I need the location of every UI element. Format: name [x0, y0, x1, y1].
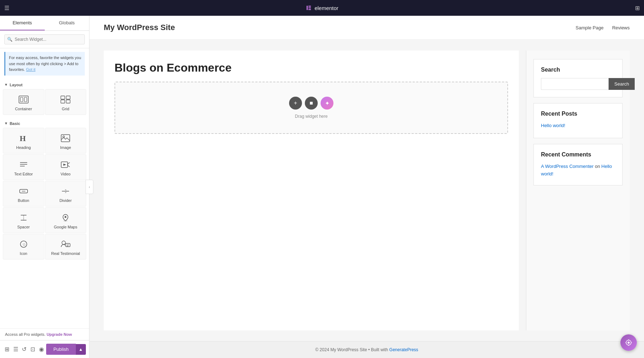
site-frame: My WordPress Site Sample Page Reviews Bl… — [89, 16, 644, 358]
svg-rect-12 — [61, 135, 70, 142]
recent-posts-title: Recent Posts — [541, 111, 615, 117]
widget-video[interactable]: Video — [45, 154, 87, 180]
site-title: My WordPress Site — [104, 23, 175, 32]
widget-google-maps[interactable]: Google Maps — [45, 207, 87, 233]
footer-text: © 2024 My WordPress Site • Built with — [315, 347, 388, 352]
real-testimonial-label: Real Testimonial — [51, 251, 80, 256]
tip-text: For easy access, favorite the widgets yo… — [9, 55, 81, 72]
basic-widget-grid: H Heading Image — [0, 128, 89, 262]
tab-elements[interactable]: Elements — [0, 16, 45, 30]
spacer-icon — [19, 213, 28, 223]
site-footer: © 2024 My WordPress Site • Built with Ge… — [89, 341, 644, 358]
recent-post-link[interactable]: Hello world! — [541, 123, 565, 128]
widget-icon[interactable]: ☆ Icon — [3, 234, 44, 260]
site-header: My WordPress Site Sample Page Reviews — [89, 16, 644, 40]
drop-zone[interactable]: + ■ ✦ Drag widget here — [114, 82, 508, 134]
svg-point-36 — [628, 342, 630, 344]
grid-label: Grid — [62, 107, 69, 111]
widget-image[interactable]: Image — [45, 128, 87, 154]
main-content: Blogs on Ecommerce + ■ ✦ Drag widget her… — [104, 50, 519, 330]
spacer-label: Spacer — [17, 225, 30, 229]
canvas-area: My WordPress Site Sample Page Reviews Bl… — [89, 16, 644, 358]
heading-icon: H — [19, 133, 28, 143]
widget-spacer[interactable]: Spacer — [3, 207, 44, 233]
layout-arrow-icon: ▼ — [4, 83, 8, 87]
upgrade-text: Access all Pro widgets. — [5, 332, 45, 337]
nav-sample-page[interactable]: Sample Page — [576, 25, 604, 30]
section-basic[interactable]: ▼ Basic — [0, 118, 89, 128]
search-wrap: 🔍 — [4, 34, 85, 44]
page-heading: Blogs on Ecommerce — [114, 61, 508, 74]
sidebar-tip: For easy access, favorite the widgets yo… — [4, 52, 85, 76]
footer-link[interactable]: GeneratePress — [389, 347, 418, 352]
magic-button[interactable]: ✦ — [321, 97, 333, 110]
basic-section-label: Basic — [10, 121, 20, 126]
svg-rect-10 — [66, 100, 70, 103]
preview-icon[interactable]: ◉ — [38, 344, 45, 354]
responsive-icon[interactable]: ⊡ — [29, 344, 36, 354]
section-layout[interactable]: ▼ Layout — [0, 79, 89, 89]
heading-label: Heading — [16, 145, 31, 150]
settings-icon[interactable]: ⊞ — [3, 344, 11, 354]
widget-text-editor[interactable]: Text Editor — [3, 154, 44, 180]
widget-button[interactable]: Button — [3, 181, 44, 207]
recent-comments-section: Recent Comments A WordPress Commenter on… — [533, 144, 623, 185]
search-widget-button[interactable]: Search — [609, 78, 635, 90]
add-widget-button[interactable]: + — [289, 97, 302, 110]
svg-point-31 — [62, 241, 65, 245]
tab-globals[interactable]: Globals — [45, 16, 89, 30]
search-widget-section: Search Search — [533, 59, 623, 97]
svg-marker-18 — [63, 164, 66, 166]
icon-label: Icon — [20, 251, 27, 256]
layout-section-label: Layout — [10, 83, 23, 87]
tip-link[interactable]: Got it — [26, 67, 35, 72]
upgrade-link[interactable]: Upgrade Now — [47, 332, 72, 337]
text-editor-icon — [19, 160, 28, 170]
video-label: Video — [60, 172, 70, 176]
recent-posts-list: Hello world! — [541, 122, 615, 129]
site-body: Blogs on Ecommerce + ■ ✦ Drag widget her… — [89, 40, 644, 341]
svg-rect-5 — [20, 97, 23, 102]
layout-widget-grid: Container Grid — [0, 89, 89, 118]
publish-arrow-button[interactable]: ▲ — [76, 344, 86, 355]
container-label: Container — [15, 107, 32, 111]
widget-grid-item[interactable]: Grid — [45, 89, 87, 115]
top-bar: ☰ elementor ⊞ — [0, 0, 644, 16]
search-icon: 🔍 — [7, 37, 13, 42]
widget-heading[interactable]: H Heading — [3, 128, 44, 154]
collapse-handle[interactable]: ‹ — [86, 180, 93, 194]
commenter-link[interactable]: A WordPress Commenter — [541, 164, 594, 169]
ai-fab-button[interactable] — [620, 334, 637, 351]
widget-container[interactable]: Container — [3, 89, 44, 115]
divider-label: Divider — [59, 198, 72, 203]
svg-point-28 — [65, 216, 67, 218]
elementor-logo-icon — [306, 5, 312, 11]
hamburger-icon[interactable]: ☰ — [4, 5, 9, 11]
grid-icon[interactable]: ⊞ — [635, 5, 640, 11]
grid-widget-icon — [60, 95, 70, 105]
svg-text:☆: ☆ — [22, 242, 26, 247]
layers-icon[interactable]: ☰ — [12, 344, 20, 354]
svg-rect-1 — [308, 6, 311, 7]
widget-real-testimonial[interactable]: Real Testimonial — [45, 234, 87, 260]
site-nav: Sample Page Reviews — [576, 25, 630, 30]
svg-marker-23 — [65, 192, 66, 193]
history-icon[interactable]: ↺ — [20, 344, 28, 354]
left-sidebar: Elements Globals 🔍 For easy access, favo… — [0, 16, 89, 358]
search-field[interactable] — [541, 78, 609, 90]
publish-button[interactable]: Publish — [46, 344, 76, 355]
nav-reviews[interactable]: Reviews — [612, 25, 630, 30]
widget-divider[interactable]: Divider — [45, 181, 87, 207]
comment-text: A WordPress Commenter on Hello world! — [541, 163, 615, 178]
divider-icon — [61, 186, 70, 196]
top-bar-logo: elementor — [14, 5, 631, 11]
svg-marker-22 — [65, 189, 66, 191]
svg-rect-9 — [61, 100, 65, 103]
folder-button[interactable]: ■ — [305, 97, 318, 110]
svg-text:H: H — [20, 134, 26, 142]
button-icon — [19, 186, 28, 196]
upgrade-notice: Access all Pro widgets. Upgrade Now — [0, 328, 89, 340]
real-testimonial-icon — [60, 239, 70, 249]
elementor-logo-text: elementor — [314, 5, 338, 11]
search-input[interactable] — [4, 34, 85, 44]
